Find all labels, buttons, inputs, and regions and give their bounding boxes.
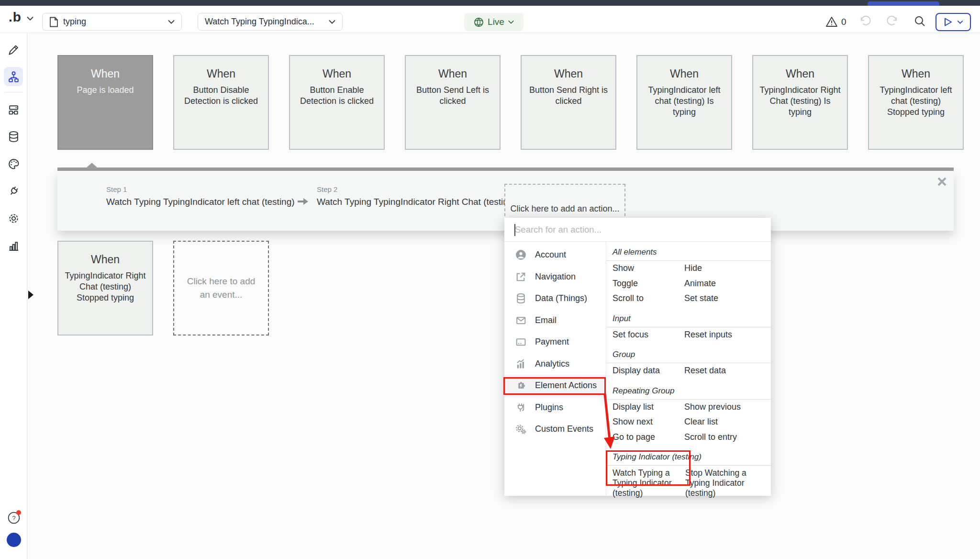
event-card[interactable]: When TypingIndicator left chat (testing)… (636, 55, 732, 150)
page-dropdown[interactable]: typing (42, 13, 182, 31)
action-item[interactable]: Display list (606, 402, 684, 412)
undo-button[interactable] (859, 15, 871, 27)
action-item[interactable]: Go to page (606, 432, 684, 442)
event-when-label: When (58, 67, 152, 80)
event-card[interactable]: When TypingIndicator left chat (testing)… (868, 55, 964, 150)
category-label: Analytics (535, 359, 569, 369)
plug-icon[interactable] (4, 181, 23, 201)
text-cursor (514, 224, 515, 236)
search-input[interactable] (504, 218, 771, 241)
sidebar-divider (4, 92, 23, 92)
category-label: Email (535, 315, 557, 325)
gear-icon[interactable] (4, 209, 23, 228)
workflow-dropdown[interactable]: Watch Typing TypingIndica... (198, 13, 343, 31)
analytics-icon (515, 358, 527, 370)
category-label: Custom Events (535, 424, 593, 434)
pencil-icon[interactable] (4, 40, 23, 59)
action-item-stop-watching[interactable]: Stop Watching a Typing Indicator (testin… (684, 468, 771, 498)
workflow-dropdown-value: Watch Typing TypingIndica... (205, 17, 329, 27)
category-label: Payment (535, 337, 569, 347)
bubble-workflow-editor: .b typing Watch Typing TypingIndica... L… (0, 0, 980, 559)
add-event-placeholder[interactable]: Click here to add an event... (173, 241, 269, 335)
redo-button[interactable] (886, 15, 899, 27)
chart-icon[interactable] (4, 236, 23, 255)
email-icon (515, 314, 527, 326)
environment-selector[interactable]: Live (464, 13, 523, 31)
close-icon[interactable] (937, 177, 947, 187)
event-card[interactable]: When Button Send Left is clicked (405, 55, 501, 150)
account-icon (515, 249, 527, 261)
step-1[interactable]: Step 1 Watch Typing TypingIndicator left… (106, 185, 295, 207)
section-header: Input (606, 310, 771, 327)
category-element-actions[interactable]: Element Actions (504, 375, 606, 397)
event-card[interactable]: When Button Send Right is clicked (521, 55, 616, 150)
event-card[interactable]: When TypingIndicator Right Chat (testing… (57, 241, 153, 335)
action-item[interactable]: Toggle (606, 279, 684, 289)
add-event-label: Click here to add an event... (174, 275, 268, 302)
action-menu-popup: Account Navigation Data (Things) Email (504, 218, 771, 496)
event-card[interactable]: When TypingIndicator Right Chat (testing… (752, 55, 848, 150)
step-arrow-icon (297, 197, 309, 206)
action-item[interactable]: Animate (684, 279, 771, 289)
event-when-label: When (753, 67, 847, 80)
step-2[interactable]: Step 2 Watch Typing TypingIndicator Righ… (317, 185, 516, 207)
category-email[interactable]: Email (504, 310, 606, 332)
event-when-label: When (522, 67, 615, 80)
run-button[interactable] (935, 13, 971, 31)
event-subtitle: Button Send Right is clicked (526, 85, 611, 107)
event-subtitle: Button Send Left is clicked (411, 85, 495, 107)
category-plugins[interactable]: Plugins (504, 397, 606, 419)
palette-icon[interactable] (4, 154, 23, 173)
event-subtitle: Page is loaded (63, 85, 147, 96)
chevron-down-icon (329, 20, 335, 24)
search-icon[interactable] (914, 15, 926, 27)
horizontal-scrollbar[interactable] (57, 168, 954, 171)
help-icon[interactable]: ? (8, 512, 20, 524)
notification-dot (16, 510, 21, 515)
category-data-things[interactable]: Data (Things) (504, 288, 606, 310)
event-row: When Page is loaded When Button Disable … (57, 55, 964, 150)
category-account[interactable]: Account (504, 244, 606, 266)
category-label: Data (Things) (535, 293, 587, 303)
category-analytics[interactable]: Analytics (504, 353, 606, 375)
category-navigation[interactable]: Navigation (504, 266, 606, 288)
sidebar-expand-handle[interactable] (28, 291, 33, 299)
section-header: All elements (606, 244, 771, 261)
action-item[interactable]: Set state (684, 293, 771, 303)
action-item[interactable]: Clear list (684, 417, 771, 427)
action-item[interactable]: Set focus (606, 330, 684, 340)
action-item[interactable]: Show previous (684, 402, 771, 412)
event-subtitle: TypingIndicator left chat (testing) Is t… (642, 85, 726, 118)
event-card[interactable]: When Button Disable Detection is clicked (173, 55, 269, 150)
avatar[interactable] (7, 533, 21, 547)
page-dropdown-value: typing (63, 17, 168, 27)
event-card[interactable]: When Button Enable Detection is clicked (289, 55, 385, 150)
database-icon[interactable] (4, 127, 23, 146)
category-payment[interactable]: Payment (504, 331, 606, 353)
issues-indicator[interactable]: 0 (825, 16, 846, 27)
action-item[interactable]: Display data (606, 366, 684, 376)
action-item[interactable]: Show (606, 263, 684, 273)
selected-event-pointer (87, 163, 97, 168)
step-label: Step 1 (106, 185, 295, 193)
event-card-page-loaded[interactable]: When Page is loaded (57, 55, 153, 150)
action-item[interactable]: Show next (606, 417, 684, 427)
action-item-watch-typing[interactable]: Watch Typing a Typing Indicator (testing… (606, 468, 684, 498)
event-subtitle: TypingIndicator left chat (testing) Stop… (874, 85, 958, 118)
action-item[interactable]: Reset inputs (684, 330, 771, 340)
components-icon[interactable] (4, 100, 23, 119)
category-label: Account (535, 250, 566, 260)
data-things-icon (515, 292, 527, 304)
action-item[interactable]: Reset data (684, 366, 771, 376)
event-when-label: When (637, 67, 731, 80)
action-item[interactable]: Hide (684, 263, 771, 273)
action-item[interactable]: Scroll to (606, 293, 684, 303)
action-list: All elements Show Hide Toggle Animate Sc… (606, 242, 771, 496)
issues-count: 0 (841, 17, 846, 27)
app-menu-chevron[interactable] (27, 16, 33, 21)
category-custom-events[interactable]: Custom Events (504, 418, 606, 440)
workflow-icon[interactable] (4, 67, 23, 86)
action-item[interactable]: Scroll to entry (684, 432, 771, 442)
category-label: Plugins (535, 402, 563, 413)
element-actions-icon (515, 380, 527, 391)
